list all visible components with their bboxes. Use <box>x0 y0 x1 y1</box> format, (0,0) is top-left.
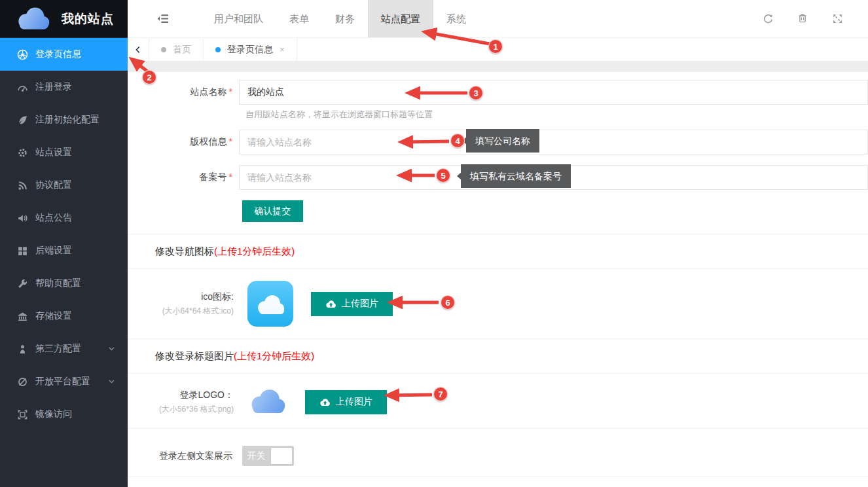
site-name-help-text: 自用版站点名称，将显示在浏览器窗口标题等位置 <box>128 109 868 120</box>
annotation-badge-1: 1 <box>488 39 503 54</box>
trash-icon[interactable] <box>797 13 808 24</box>
chevron-down-icon <box>107 344 116 353</box>
top-navbar: 用户和团队 表单 财务 站点配置 系统 <box>128 0 868 37</box>
sidebar-item-open-platform-config[interactable]: 开放平台配置 <box>0 365 128 398</box>
field-row-site-name: 站点名称* <box>128 80 868 105</box>
upload-cloud-icon <box>319 397 331 407</box>
annotation-badge-7: 7 <box>433 387 448 401</box>
tab-home[interactable]: 首页 <box>149 38 204 61</box>
sidebar-item-label: 镜像访问 <box>35 408 72 420</box>
content-divider-strip <box>128 61 868 72</box>
submit-row: 确认提交 <box>128 200 868 222</box>
top-menu-site-config[interactable]: 站点配置 <box>368 0 433 37</box>
confirm-submit-button[interactable]: 确认提交 <box>242 200 303 222</box>
gear-icon <box>17 147 28 158</box>
sidebar-item-login-page-info[interactable]: 登录页信息 <box>0 38 128 71</box>
app-window: 我的站点 登录页信息 注册登录 注册初始化配置 <box>0 0 868 487</box>
top-menu-users-teams[interactable]: 用户和团队 <box>201 0 276 37</box>
sidebar-item-backend-settings[interactable]: 后端设置 <box>0 234 128 267</box>
site-title: 我的站点 <box>62 10 114 27</box>
object-group-icon <box>17 409 28 420</box>
nav-icon-section-heading: 修改导航图标(上传1分钟后生效) <box>128 234 868 269</box>
sidebar-nav: 登录页信息 注册登录 注册初始化配置 站点设置 <box>0 37 128 431</box>
bank-icon <box>17 311 28 322</box>
refresh-icon[interactable] <box>763 13 774 24</box>
annotation-badge-5: 5 <box>436 168 450 183</box>
login-logo-section-heading: 修改登录标题图片(上传1分钟后生效) <box>128 339 868 374</box>
collapse-menu-icon[interactable] <box>155 11 171 27</box>
sidebar-item-label: 存储设置 <box>35 310 72 322</box>
sidebar-item-site-announcement[interactable]: 站点公告 <box>0 202 128 234</box>
sidebar-item-help-page-config[interactable]: 帮助页配置 <box>0 267 128 300</box>
sidebar-item-label: 站点设置 <box>35 147 72 158</box>
chevron-left-icon[interactable] <box>128 38 149 61</box>
logo-preview-image <box>247 387 288 417</box>
sidebar-item-label: 帮助页配置 <box>35 278 81 289</box>
chevron-down-icon <box>107 377 116 386</box>
sidebar-item-label: 登录页信息 <box>35 48 81 60</box>
top-menu: 用户和团队 表单 财务 站点配置 系统 <box>201 0 479 37</box>
sidebar-item-storage-settings[interactable]: 存储设置 <box>0 300 128 333</box>
sidebar-item-label: 后端设置 <box>35 245 72 257</box>
sidebar: 我的站点 登录页信息 注册登录 注册初始化配置 <box>0 0 128 487</box>
dashboard-icon <box>17 82 28 93</box>
login-logo-label: 登录LOGO： (大小56*36 格式:png) <box>128 389 239 415</box>
fullscreen-icon[interactable] <box>832 13 843 24</box>
tab-login-page-info[interactable]: 登录页信息 × <box>204 38 297 61</box>
switch-knob <box>270 447 293 465</box>
top-menu-finance[interactable]: 财务 <box>322 0 368 37</box>
upload-cloud-icon <box>325 299 336 309</box>
tooltip-icp: 填写私有云域名备案号 <box>461 164 571 188</box>
annotation-badge-6: 6 <box>441 295 455 310</box>
logo-size-hint: (大小56*36 格式:png) <box>128 404 234 415</box>
sidebar-item-mirror-access[interactable]: 镜像访问 <box>0 398 128 431</box>
upload-effect-note: (上传1分钟后生效) <box>214 245 295 257</box>
icp-label: 备案号* <box>128 171 239 183</box>
annotation-badge-4: 4 <box>450 134 465 148</box>
sidebar-item-protocol-config[interactable]: 协议配置 <box>0 169 128 202</box>
required-asterisk: * <box>229 171 232 182</box>
tab-label: 首页 <box>173 44 191 56</box>
main-area: 用户和团队 表单 财务 站点配置 系统 <box>128 0 868 487</box>
ico-size-hint: (大小64*64 格式:ico) <box>128 306 234 317</box>
upload-logo-button[interactable]: 上传图片 <box>305 390 387 414</box>
cloud-logo-icon <box>14 6 52 32</box>
tooltip-copyright: 填写公司名称 <box>466 129 539 153</box>
sidebar-item-third-party-config[interactable]: 第三方配置 <box>0 333 128 365</box>
sidebar-item-site-settings[interactable]: 站点设置 <box>0 136 128 169</box>
person-icon <box>17 344 28 355</box>
football-icon <box>17 49 28 60</box>
top-menu-system[interactable]: 系统 <box>433 0 479 37</box>
required-asterisk: * <box>229 86 232 97</box>
switch-label: 开关 <box>242 450 270 462</box>
tab-label: 登录页信息 <box>227 44 273 56</box>
sidebar-item-label: 第三方配置 <box>35 343 81 355</box>
top-menu-forms[interactable]: 表单 <box>276 0 322 37</box>
top-actions <box>763 13 843 24</box>
copyright-label: 版权信息* <box>128 136 239 148</box>
login-left-text-row: 登录左侧文案展示 开关 <box>128 429 868 477</box>
speaker-icon <box>17 213 28 224</box>
rss-icon <box>17 180 28 191</box>
tab-dot <box>215 47 221 52</box>
grid-icon <box>17 245 28 257</box>
close-icon[interactable]: × <box>280 45 285 54</box>
sidebar-item-register-login[interactable]: 注册登录 <box>0 71 128 103</box>
login-left-text-switch[interactable]: 开关 <box>242 446 294 466</box>
site-name-label: 站点名称* <box>128 86 239 98</box>
ico-upload-row: ico图标: (大小64*64 格式:ico) <box>128 269 868 339</box>
upload-ico-button[interactable]: 上传图片 <box>311 292 393 316</box>
copyright-input[interactable] <box>239 130 868 154</box>
sidebar-item-register-init-config[interactable]: 注册初始化配置 <box>0 103 128 136</box>
sidebar-item-label: 协议配置 <box>35 179 72 191</box>
sidebar-item-label: 注册初始化配置 <box>35 114 99 126</box>
sidebar-item-label: 站点公告 <box>35 212 72 224</box>
wrench-icon <box>17 278 28 289</box>
required-asterisk: * <box>229 136 232 147</box>
logo-bar: 我的站点 <box>0 0 128 37</box>
pen-icon <box>17 115 28 126</box>
site-name-input[interactable] <box>239 80 868 105</box>
ico-preview-image <box>247 281 293 327</box>
annotation-badge-3: 3 <box>469 86 483 100</box>
upload-effect-note: (上传1分钟后生效) <box>234 350 314 361</box>
